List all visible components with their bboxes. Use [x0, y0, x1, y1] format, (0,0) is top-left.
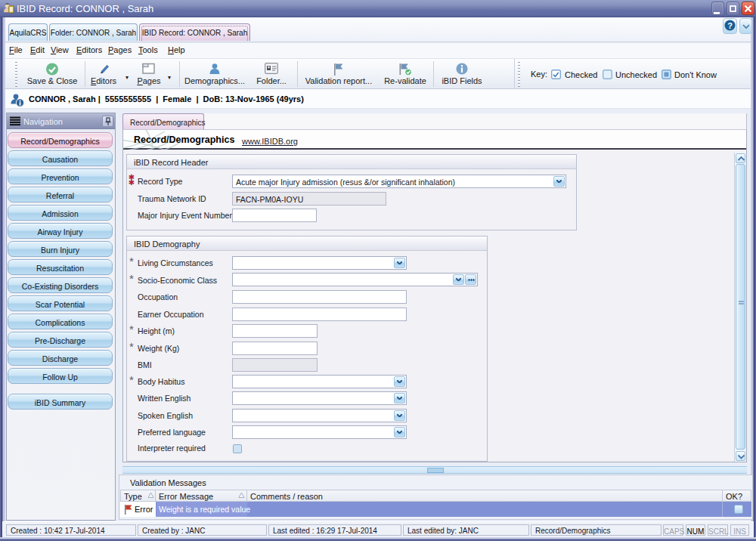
svg-text:?: ?: [727, 21, 733, 30]
